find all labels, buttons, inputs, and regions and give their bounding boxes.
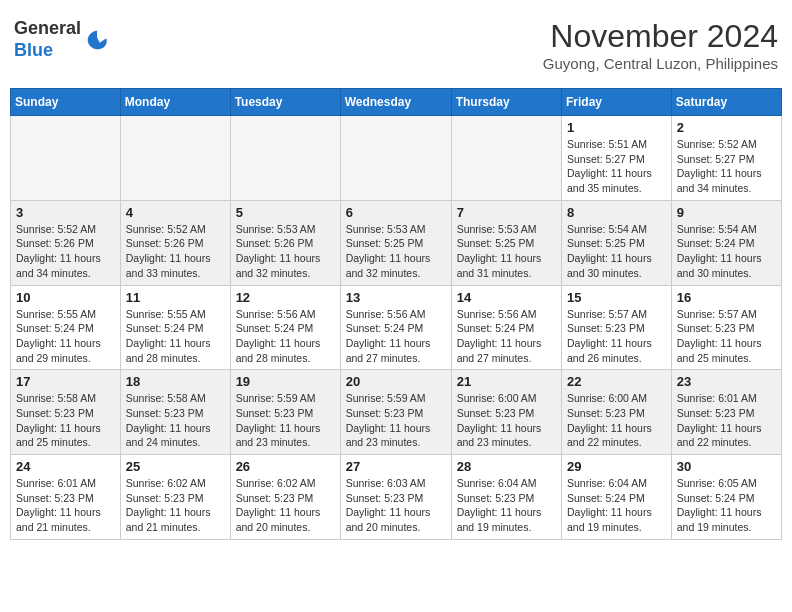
day-number: 8 [567,205,666,220]
day-number: 6 [346,205,446,220]
calendar-day-cell: 26Sunrise: 6:02 AMSunset: 5:23 PMDayligh… [230,455,340,540]
day-number: 16 [677,290,776,305]
day-number: 24 [16,459,115,474]
day-info: Sunrise: 6:04 AMSunset: 5:24 PMDaylight:… [567,476,666,535]
day-info: Sunrise: 5:59 AMSunset: 5:23 PMDaylight:… [346,391,446,450]
calendar-day-cell: 29Sunrise: 6:04 AMSunset: 5:24 PMDayligh… [562,455,672,540]
day-info: Sunrise: 5:57 AMSunset: 5:23 PMDaylight:… [567,307,666,366]
calendar-day-cell [120,116,230,201]
day-number: 21 [457,374,556,389]
day-number: 5 [236,205,335,220]
calendar-day-cell: 21Sunrise: 6:00 AMSunset: 5:23 PMDayligh… [451,370,561,455]
calendar-week-row: 3Sunrise: 5:52 AMSunset: 5:26 PMDaylight… [11,200,782,285]
calendar-day-cell [451,116,561,201]
day-number: 19 [236,374,335,389]
day-info: Sunrise: 5:51 AMSunset: 5:27 PMDaylight:… [567,137,666,196]
calendar-day-cell: 17Sunrise: 5:58 AMSunset: 5:23 PMDayligh… [11,370,121,455]
calendar-day-cell: 9Sunrise: 5:54 AMSunset: 5:24 PMDaylight… [671,200,781,285]
day-number: 17 [16,374,115,389]
calendar-day-cell [11,116,121,201]
day-info: Sunrise: 5:58 AMSunset: 5:23 PMDaylight:… [126,391,225,450]
calendar-day-cell: 2Sunrise: 5:52 AMSunset: 5:27 PMDaylight… [671,116,781,201]
calendar-day-header: Friday [562,89,672,116]
calendar-day-cell: 16Sunrise: 5:57 AMSunset: 5:23 PMDayligh… [671,285,781,370]
calendar-day-cell: 12Sunrise: 5:56 AMSunset: 5:24 PMDayligh… [230,285,340,370]
calendar-week-row: 1Sunrise: 5:51 AMSunset: 5:27 PMDaylight… [11,116,782,201]
day-info: Sunrise: 5:53 AMSunset: 5:25 PMDaylight:… [457,222,556,281]
day-number: 20 [346,374,446,389]
day-info: Sunrise: 6:01 AMSunset: 5:23 PMDaylight:… [16,476,115,535]
calendar-day-cell: 15Sunrise: 5:57 AMSunset: 5:23 PMDayligh… [562,285,672,370]
logo-icon [83,26,111,54]
calendar-day-cell: 22Sunrise: 6:00 AMSunset: 5:23 PMDayligh… [562,370,672,455]
calendar-day-cell: 23Sunrise: 6:01 AMSunset: 5:23 PMDayligh… [671,370,781,455]
calendar-day-cell: 20Sunrise: 5:59 AMSunset: 5:23 PMDayligh… [340,370,451,455]
calendar-day-cell: 11Sunrise: 5:55 AMSunset: 5:24 PMDayligh… [120,285,230,370]
calendar-day-cell: 14Sunrise: 5:56 AMSunset: 5:24 PMDayligh… [451,285,561,370]
calendar-week-row: 10Sunrise: 5:55 AMSunset: 5:24 PMDayligh… [11,285,782,370]
calendar-day-cell: 28Sunrise: 6:04 AMSunset: 5:23 PMDayligh… [451,455,561,540]
day-info: Sunrise: 6:02 AMSunset: 5:23 PMDaylight:… [126,476,225,535]
calendar-day-cell: 7Sunrise: 5:53 AMSunset: 5:25 PMDaylight… [451,200,561,285]
day-number: 29 [567,459,666,474]
day-info: Sunrise: 5:55 AMSunset: 5:24 PMDaylight:… [126,307,225,366]
day-number: 25 [126,459,225,474]
day-info: Sunrise: 5:56 AMSunset: 5:24 PMDaylight:… [457,307,556,366]
day-number: 28 [457,459,556,474]
calendar-day-cell: 13Sunrise: 5:56 AMSunset: 5:24 PMDayligh… [340,285,451,370]
day-info: Sunrise: 5:59 AMSunset: 5:23 PMDaylight:… [236,391,335,450]
day-number: 10 [16,290,115,305]
calendar-day-cell: 1Sunrise: 5:51 AMSunset: 5:27 PMDaylight… [562,116,672,201]
logo: General Blue [14,18,111,61]
day-info: Sunrise: 5:53 AMSunset: 5:26 PMDaylight:… [236,222,335,281]
day-number: 4 [126,205,225,220]
day-number: 26 [236,459,335,474]
day-info: Sunrise: 5:54 AMSunset: 5:24 PMDaylight:… [677,222,776,281]
calendar-day-cell: 25Sunrise: 6:02 AMSunset: 5:23 PMDayligh… [120,455,230,540]
day-info: Sunrise: 6:02 AMSunset: 5:23 PMDaylight:… [236,476,335,535]
day-number: 22 [567,374,666,389]
day-info: Sunrise: 5:52 AMSunset: 5:26 PMDaylight:… [16,222,115,281]
calendar-day-cell: 30Sunrise: 6:05 AMSunset: 5:24 PMDayligh… [671,455,781,540]
day-info: Sunrise: 5:52 AMSunset: 5:27 PMDaylight:… [677,137,776,196]
calendar-day-header: Sunday [11,89,121,116]
day-number: 3 [16,205,115,220]
calendar-header-row: SundayMondayTuesdayWednesdayThursdayFrid… [11,89,782,116]
calendar-day-header: Monday [120,89,230,116]
day-number: 11 [126,290,225,305]
day-info: Sunrise: 5:55 AMSunset: 5:24 PMDaylight:… [16,307,115,366]
day-number: 23 [677,374,776,389]
day-info: Sunrise: 6:00 AMSunset: 5:23 PMDaylight:… [457,391,556,450]
day-number: 14 [457,290,556,305]
calendar-day-cell: 27Sunrise: 6:03 AMSunset: 5:23 PMDayligh… [340,455,451,540]
day-number: 12 [236,290,335,305]
calendar-day-cell: 3Sunrise: 5:52 AMSunset: 5:26 PMDaylight… [11,200,121,285]
calendar-table: SundayMondayTuesdayWednesdayThursdayFrid… [10,88,782,540]
calendar-week-row: 24Sunrise: 6:01 AMSunset: 5:23 PMDayligh… [11,455,782,540]
calendar-day-cell [340,116,451,201]
day-number: 13 [346,290,446,305]
calendar-day-header: Wednesday [340,89,451,116]
day-info: Sunrise: 6:00 AMSunset: 5:23 PMDaylight:… [567,391,666,450]
day-number: 18 [126,374,225,389]
day-number: 27 [346,459,446,474]
day-number: 15 [567,290,666,305]
day-number: 2 [677,120,776,135]
title-area: November 2024 Guyong, Central Luzon, Phi… [543,18,778,72]
day-info: Sunrise: 5:57 AMSunset: 5:23 PMDaylight:… [677,307,776,366]
calendar-day-header: Tuesday [230,89,340,116]
calendar-day-cell: 24Sunrise: 6:01 AMSunset: 5:23 PMDayligh… [11,455,121,540]
day-info: Sunrise: 5:52 AMSunset: 5:26 PMDaylight:… [126,222,225,281]
calendar-day-cell: 6Sunrise: 5:53 AMSunset: 5:25 PMDaylight… [340,200,451,285]
day-info: Sunrise: 6:03 AMSunset: 5:23 PMDaylight:… [346,476,446,535]
location-title: Guyong, Central Luzon, Philippines [543,55,778,72]
day-number: 1 [567,120,666,135]
page-header: General Blue November 2024 Guyong, Centr… [10,10,782,80]
day-number: 30 [677,459,776,474]
calendar-day-header: Thursday [451,89,561,116]
calendar-day-cell: 10Sunrise: 5:55 AMSunset: 5:24 PMDayligh… [11,285,121,370]
calendar-day-header: Saturday [671,89,781,116]
day-info: Sunrise: 5:54 AMSunset: 5:25 PMDaylight:… [567,222,666,281]
day-info: Sunrise: 6:05 AMSunset: 5:24 PMDaylight:… [677,476,776,535]
day-info: Sunrise: 5:53 AMSunset: 5:25 PMDaylight:… [346,222,446,281]
